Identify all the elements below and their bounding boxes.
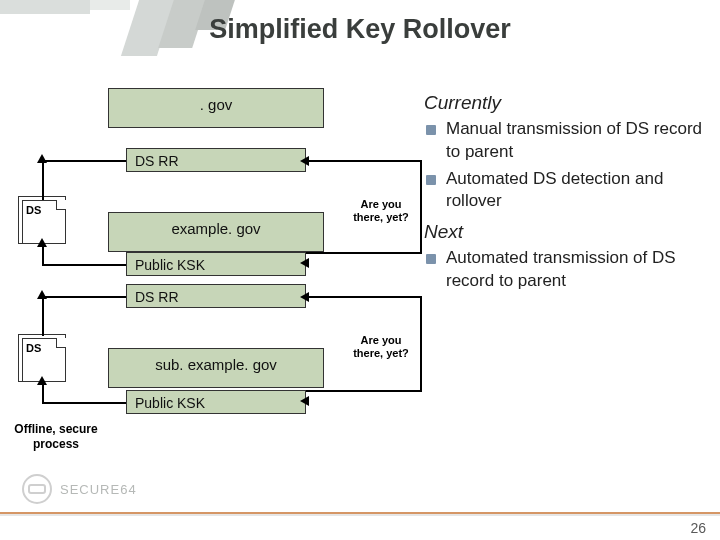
arrow-segment: [306, 390, 422, 392]
arrow-segment: [306, 252, 422, 254]
arrow-segment: [42, 296, 126, 298]
slide-title: Simplified Key Rollover: [0, 14, 720, 45]
ds-doc-label: DS: [26, 204, 41, 216]
arrow-head-icon: [300, 156, 309, 166]
arrow-segment: [42, 160, 126, 162]
box-ds-rr-1: DS RR: [126, 148, 306, 172]
arrow-segment: [42, 160, 44, 200]
logo-icon: [22, 474, 52, 504]
arrow-segment: [42, 296, 44, 336]
box-public-ksk-1: Public KSK: [126, 252, 306, 276]
zone-example: example. gov: [108, 212, 324, 252]
footer-brand: SECURE64: [60, 482, 137, 497]
arrow-head-icon: [300, 292, 309, 302]
bullet: Manual transmission of DS record to pare…: [446, 118, 704, 164]
heading-next: Next: [424, 219, 704, 245]
footer-rule-2: [0, 514, 720, 516]
arrow-head-icon: [300, 396, 309, 406]
arrow-head-icon: [37, 290, 47, 299]
arrow-head-icon: [300, 258, 309, 268]
footer-logo: SECURE64: [22, 474, 137, 504]
text-column: Currently Manual transmission of DS reco…: [424, 84, 704, 297]
bullet: Automated transmission of DS record to p…: [446, 247, 704, 293]
arrow-head-icon: [37, 154, 47, 163]
arrow-segment: [420, 160, 422, 252]
arrow-segment: [42, 382, 44, 402]
offline-label: Offline, secureprocess: [8, 422, 104, 452]
box-public-ksk-2: Public KSK: [126, 390, 306, 414]
arrow-head-icon: [37, 238, 47, 247]
banner-shape: [90, 0, 130, 10]
label-are-you-there-2: Are youthere, yet?: [344, 334, 418, 360]
arrow-segment: [42, 402, 126, 404]
page-number: 26: [690, 520, 706, 536]
bullet: Automated DS detection and rollover: [446, 168, 704, 214]
ds-doc-label: DS: [26, 342, 41, 354]
zone-sub: sub. example. gov: [108, 348, 324, 388]
arrow-segment: [42, 264, 126, 266]
heading-currently: Currently: [424, 90, 704, 116]
arrow-segment: [420, 296, 422, 392]
box-ds-rr-2: DS RR: [126, 284, 306, 308]
arrow-segment: [42, 244, 44, 264]
arrow-head-icon: [37, 376, 47, 385]
arrow-segment: [306, 160, 422, 162]
arrow-segment: [306, 296, 422, 298]
zone-gov: . gov: [108, 88, 324, 128]
label-are-you-there-1: Are youthere, yet?: [344, 198, 418, 224]
banner-shape: [0, 0, 90, 14]
